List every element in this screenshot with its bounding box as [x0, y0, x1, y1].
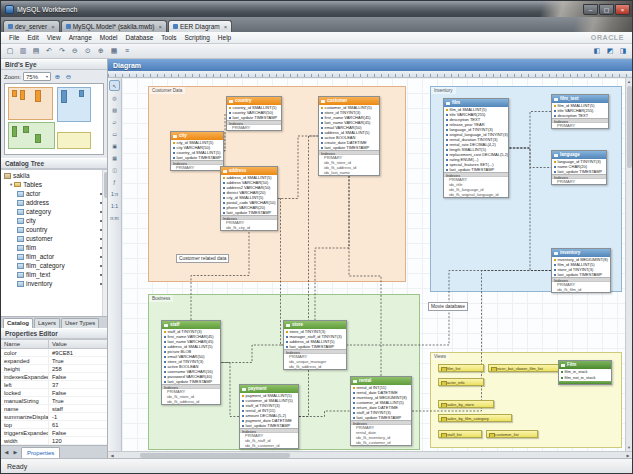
document-tab[interactable]: MySQL Model* (sakila.mwb) ×: [61, 20, 167, 32]
properties-tab[interactable]: Properties: [21, 447, 60, 458]
sidebar-panel-tab[interactable]: Layers: [34, 318, 60, 328]
table-address[interactable]: addressaddress_id SMALLINT(5)address VAR…: [220, 166, 278, 231]
hand-tool-icon[interactable]: ◎: [109, 92, 120, 103]
tree-node-table[interactable]: city: [1, 216, 107, 225]
table-header-customer[interactable]: customer: [319, 97, 379, 105]
relationship-rental-inventory[interactable]: [412, 271, 551, 412]
relationship-staff-store[interactable]: [221, 345, 283, 363]
rel-many-many-tool-icon[interactable]: n:m: [109, 212, 120, 223]
table-header-city[interactable]: city: [171, 132, 223, 140]
view-sales_by_film_category[interactable]: sales_by_film_category: [438, 414, 512, 422]
property-row[interactable]: expanded True: [1, 357, 107, 365]
relationship-rental-customer[interactable]: [349, 176, 381, 376]
property-row[interactable]: indexesExpanded False: [1, 373, 107, 381]
properties-editor-header[interactable]: Properties Editor: [1, 328, 107, 339]
view-film_list[interactable]: film_list: [438, 364, 484, 372]
align-to-grid-icon[interactable]: ≡: [121, 45, 133, 57]
view-sales_by_store[interactable]: sales_by_store: [438, 400, 494, 408]
diagram-tab-header[interactable]: Diagram: [108, 59, 632, 71]
text-label-customer-related-data[interactable]: Customer related data: [176, 254, 229, 263]
menu-item[interactable]: Database: [122, 34, 158, 41]
property-row[interactable]: width 120: [1, 437, 107, 445]
tab-close-icon[interactable]: ×: [51, 24, 55, 30]
relationship-payment-staff[interactable]: [221, 363, 239, 417]
diagram-canvas[interactable]: Customer DataInventoryBusinessViewscount…: [122, 78, 625, 451]
menu-item[interactable]: Help: [214, 34, 235, 41]
tree-node-table[interactable]: address: [1, 198, 107, 207]
properties-value-column-header[interactable]: Value: [49, 340, 107, 348]
tree-node-table[interactable]: inventory: [1, 279, 107, 288]
menu-item[interactable]: Arrange: [65, 34, 96, 41]
view-tool-icon[interactable]: ◫: [109, 164, 120, 175]
title-bar[interactable]: MySQL Workbench –▢×: [1, 1, 632, 17]
routine-group-tool-icon[interactable]: ƒ: [109, 176, 120, 187]
relationship-inventory-film[interactable]: [509, 148, 551, 271]
table-payment[interactable]: paymentpayment_id SMALLINT(5)customer_id…: [239, 384, 299, 449]
menu-item[interactable]: Edit: [23, 34, 42, 41]
vertical-scrollbar[interactable]: ▲ ▼: [625, 78, 632, 451]
menu-item[interactable]: File: [5, 34, 23, 41]
tree-node-table[interactable]: category: [1, 207, 107, 216]
menu-item[interactable]: View: [43, 34, 65, 41]
table-header-store[interactable]: store: [284, 321, 346, 329]
tree-scrollbar-thumb[interactable]: [104, 172, 108, 198]
zoom-select[interactable]: 75% ▾: [23, 72, 51, 81]
table-film_text[interactable]: film_textfilm_id SMALLINT(5)title VARCHA…: [551, 94, 609, 129]
scroll-up-icon[interactable]: ▲: [626, 78, 632, 85]
table-staff[interactable]: staffstaff_id TINYINT(3)first_name VARCH…: [161, 320, 221, 405]
save-model-icon[interactable]: ▤: [30, 45, 42, 57]
tree-node-schema[interactable]: sakila: [1, 171, 107, 180]
relationship-customer-address[interactable]: [278, 136, 318, 199]
scroll-right-icon[interactable]: ▶: [625, 452, 631, 459]
table-inventory[interactable]: inventoryinventory_id MEDIUMINT(8)film_i…: [551, 248, 611, 293]
zoom-out-icon[interactable]: ⊖: [64, 72, 73, 81]
table-rental[interactable]: rentalrental_id INT(11)rental_date DATET…: [350, 376, 412, 446]
birds-eye-minimap[interactable]: [4, 83, 104, 155]
zoom-out-icon[interactable]: ⊖: [69, 45, 81, 57]
note-tool-icon[interactable]: ▭: [109, 128, 120, 139]
menu-item[interactable]: Tools: [157, 34, 180, 41]
document-tab[interactable]: dev_server ×: [3, 20, 60, 32]
property-row[interactable]: height 258: [1, 365, 107, 373]
table-tool-icon[interactable]: ▦: [109, 152, 120, 163]
relationship-staff-address[interactable]: [191, 231, 249, 320]
rel-one-one-tool-icon[interactable]: 1:1: [109, 200, 120, 211]
table-country[interactable]: countrycountry_id SMALLINT(5)country VAR…: [226, 96, 282, 131]
cursor-tool-icon[interactable]: ↖: [109, 80, 120, 91]
redo-icon[interactable]: ↷: [56, 45, 68, 57]
tree-node-table[interactable]: film_category: [1, 261, 107, 270]
tab-scroll-left-icon[interactable]: ◀: [3, 449, 10, 455]
table-header-film_text[interactable]: film_text: [552, 95, 608, 103]
table-header-payment[interactable]: payment: [240, 385, 298, 393]
tree-node-table[interactable]: film: [1, 243, 107, 252]
sidebar-panel-tab[interactable]: User Types: [61, 318, 99, 328]
zoom-reset-icon[interactable]: ⊙: [82, 45, 94, 57]
horizontal-scrollbar[interactable]: ◀ ▶: [108, 451, 632, 458]
property-row[interactable]: summarizeDisplay -1: [1, 413, 107, 421]
view-customer_list[interactable]: customer_list: [486, 430, 538, 438]
scroll-down-icon[interactable]: ▼: [626, 444, 632, 451]
tree-node-table[interactable]: country: [1, 225, 107, 234]
eraser-tool-icon[interactable]: ▨: [109, 104, 120, 115]
table-city[interactable]: citycity_id SMALLINT(5)city VARCHAR(50)c…: [170, 131, 224, 171]
birds-eye-header[interactable]: Bird's Eye: [1, 59, 107, 70]
table-header-inventory[interactable]: inventory: [552, 249, 610, 257]
image-tool-icon[interactable]: ▣: [109, 140, 120, 151]
tab-close-icon[interactable]: ×: [158, 24, 162, 30]
property-row[interactable]: left 37: [1, 381, 107, 389]
tree-node-table[interactable]: film_text: [1, 270, 107, 279]
tree-node-tables-group[interactable]: ▾ Tables: [1, 180, 107, 189]
routine-group-film[interactable]: Filmfilm_in_stockfilm_not_in_stock: [558, 360, 612, 385]
text-label-movie-database[interactable]: Movie database: [428, 302, 468, 311]
zoom-in-icon[interactable]: ⊕: [53, 72, 62, 81]
table-header-rental[interactable]: rental: [351, 377, 411, 385]
table-language[interactable]: languagelanguage_id TINYINT(3)name CHAR(…: [551, 150, 607, 185]
new-document-icon[interactable]: ▢: [4, 45, 16, 57]
table-header-country[interactable]: country: [227, 97, 281, 105]
relationship-film_text-film[interactable]: [509, 112, 551, 149]
toggle-grid-icon[interactable]: ▦: [108, 45, 120, 57]
undo-icon[interactable]: ↶: [43, 45, 55, 57]
table-store[interactable]: storestore_id TINYINT(3)manager_staff_id…: [283, 320, 347, 370]
layer-tool-icon[interactable]: ▱: [109, 116, 120, 127]
view-staff_list[interactable]: staff_list: [438, 430, 482, 438]
